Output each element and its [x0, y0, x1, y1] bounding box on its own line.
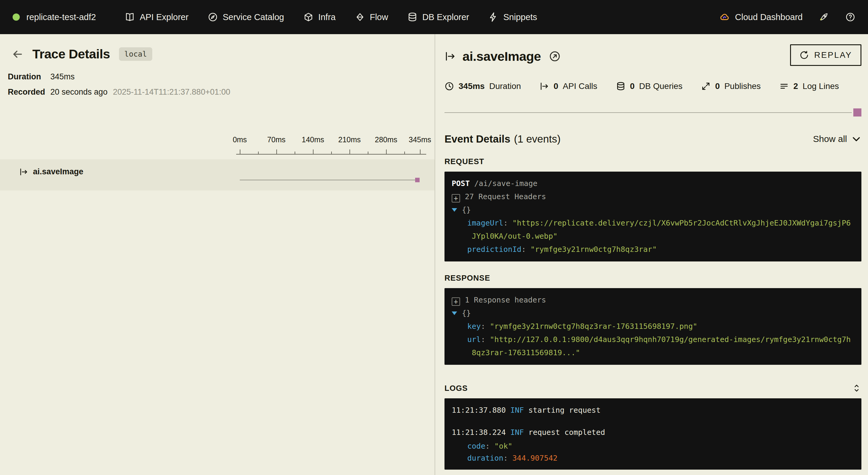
timeline-ruler	[236, 149, 426, 155]
app-status-dot	[12, 13, 20, 21]
request-endpoint-line: POST /ai/save-image	[452, 177, 854, 190]
span-label: ai.saveImage	[33, 167, 83, 176]
nav-item-service-catalog[interactable]: Service Catalog	[208, 12, 284, 22]
log-level: INF	[510, 428, 524, 437]
help-icon[interactable]	[845, 12, 856, 22]
cloud-icon	[719, 12, 730, 22]
stat-log-lines: 2 Log Lines	[779, 81, 839, 91]
event-details-title: Event Details	[444, 133, 510, 145]
json-root-toggle[interactable]: {}	[452, 203, 854, 216]
copy-link-icon[interactable]	[549, 50, 561, 62]
stat-label: DB Queries	[639, 81, 682, 91]
database-icon	[407, 12, 417, 22]
endpoint-path: /ai/save-image	[474, 179, 537, 188]
response-block: 1 Response headers {} key: "rymfge3y21rn…	[444, 288, 861, 365]
duration-value: 345ms	[50, 72, 435, 81]
log-entry: 11:21:38.224 INF request completed code:…	[452, 426, 854, 464]
scrubber-track	[444, 112, 852, 113]
replay-button[interactable]: REPLAY	[790, 44, 861, 66]
nav-item-label: API Explorer	[140, 12, 188, 22]
back-arrow-icon[interactable]	[11, 47, 24, 61]
stat-value: 0	[630, 81, 635, 91]
nav-item-snippets[interactable]: Snippets	[488, 12, 537, 22]
log-level: INF	[510, 406, 524, 414]
publish-icon	[701, 81, 711, 91]
log-field: duration: 344.907542	[467, 452, 854, 464]
tick-label: 210ms	[338, 135, 361, 144]
trace-details-panel: Trace Details local Duration 345ms Recor…	[0, 34, 435, 475]
span-end-marker	[415, 178, 420, 182]
duration-label: Duration	[8, 72, 50, 81]
tick-label: 140ms	[302, 135, 324, 144]
api-call-icon	[444, 50, 456, 62]
request-block: POST /ai/save-image 27 Request Headers {…	[444, 172, 861, 262]
json-field: imageUrl: "https://replicate.delivery/cz…	[452, 216, 854, 243]
request-headers-toggle[interactable]: 27 Request Headers	[452, 190, 854, 203]
nav-item-label: Snippets	[503, 12, 537, 22]
replay-label: REPLAY	[814, 50, 852, 60]
unfold-icon[interactable]	[852, 383, 861, 393]
cloud-dashboard-link[interactable]: Cloud Dashboard	[719, 12, 803, 22]
app-name: replicate-test-adf2	[26, 12, 96, 22]
replay-icon	[799, 50, 809, 60]
json-field: predictionId: "rymfge3y21rnw0ctg7h8qz3ra…	[452, 243, 854, 256]
cube-icon	[303, 12, 313, 22]
stat-label: Publishes	[724, 81, 761, 91]
flow-icon	[355, 12, 365, 22]
compass-icon	[208, 12, 218, 22]
response-headers-toggle[interactable]: 1 Response headers	[452, 294, 854, 307]
stat-publishes: 0 Publishes	[701, 81, 761, 91]
show-all-toggle[interactable]: Show all	[813, 134, 861, 144]
log-entry: 11:21:37.880 INF starting request	[452, 404, 854, 417]
expand-plus-icon[interactable]	[452, 194, 460, 202]
http-method: POST	[452, 179, 470, 188]
stat-value: 345ms	[459, 81, 485, 91]
nav-item-infra[interactable]: Infra	[303, 12, 336, 22]
stat-label: API Calls	[563, 81, 597, 91]
tick-label: 0ms	[232, 135, 247, 144]
app-switcher[interactable]: replicate-test-adf2	[12, 12, 96, 22]
log-time: 11:21:38.224	[452, 428, 506, 437]
stat-db-queries: 0 DB Queries	[616, 81, 682, 91]
span-stats: 345ms Duration 0 API Calls 0 DB Queries …	[444, 81, 861, 91]
event-details-count: (1 events)	[514, 133, 561, 145]
database-icon	[616, 81, 625, 91]
span-duration-bar	[240, 180, 418, 180]
show-all-label: Show all	[813, 134, 847, 144]
stat-label: Duration	[489, 81, 521, 91]
api-call-icon	[19, 167, 28, 176]
log-field: code: "ok"	[467, 440, 854, 452]
env-badge: local	[119, 47, 152, 61]
log-message: starting request	[528, 406, 601, 414]
cloud-dashboard-label: Cloud Dashboard	[735, 12, 803, 22]
stat-value: 2	[794, 81, 798, 91]
json-field: key: "rymfge3y21rnw0ctg7h8qz3rar-1763115…	[452, 320, 854, 333]
trace-span-row[interactable]: ai.saveImage	[0, 159, 435, 191]
tick-label: 70ms	[267, 135, 285, 144]
log-time: 11:21:37.880	[452, 406, 506, 414]
nav-item-api-explorer[interactable]: API Explorer	[125, 12, 188, 22]
nav-item-flow[interactable]: Flow	[355, 12, 388, 22]
nav-item-label: Service Catalog	[223, 12, 284, 22]
span-detail-panel: ai.saveImage REPLAY 345ms Duration 0 API…	[436, 34, 868, 475]
nav-item-label: DB Explorer	[422, 12, 469, 22]
nav-item-label: Flow	[370, 12, 388, 22]
nav-item-db-explorer[interactable]: DB Explorer	[407, 12, 469, 22]
json-root-toggle[interactable]: {}	[452, 307, 854, 320]
scrubber-handle[interactable]	[853, 108, 861, 116]
nav-item-label: Infra	[318, 12, 336, 22]
collapse-triangle-icon[interactable]	[452, 311, 457, 315]
stat-duration: 345ms Duration	[444, 81, 521, 91]
stat-api-calls: 0 API Calls	[539, 81, 597, 91]
span-title: ai.saveImage	[463, 49, 541, 64]
book-icon	[125, 12, 135, 22]
json-field: url: "http://127.0.0.1:9800/d4aus3qqr9hq…	[452, 333, 854, 360]
logs-block: 11:21:37.880 INF starting request 11:21:…	[444, 398, 861, 470]
expand-plus-icon[interactable]	[452, 297, 460, 306]
logs-section-label: LOGS	[444, 384, 468, 393]
page-title: Trace Details	[32, 47, 110, 61]
lightning-icon	[488, 12, 498, 22]
stat-value: 0	[554, 81, 558, 91]
rocket-icon[interactable]	[819, 12, 829, 22]
collapse-triangle-icon[interactable]	[452, 208, 457, 212]
